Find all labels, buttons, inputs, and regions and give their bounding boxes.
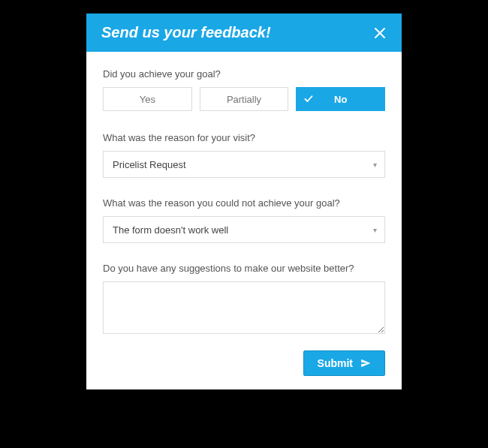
goal-option-no[interactable]: No <box>296 87 385 111</box>
goal-option-partially[interactable]: Partially <box>200 87 289 111</box>
visit-reason-select[interactable]: Pricelist Request ▾ <box>103 151 385 178</box>
fail-reason-value: The form doesn't work well <box>113 224 228 236</box>
goal-segmented-control: Yes Partially No <box>103 87 385 111</box>
check-icon <box>304 95 313 104</box>
question-visit-reason: What was the reason for your visit? Pric… <box>103 132 385 178</box>
modal-title: Send us your feedback! <box>101 24 271 41</box>
visit-reason-value: Pricelist Request <box>113 159 186 170</box>
question-achieve-goal: Did you achieve your goal? Yes Partially <box>103 68 385 111</box>
goal-option-no-label: No <box>334 94 347 105</box>
fail-reason-select[interactable]: The form doesn't work well ▾ <box>103 216 385 243</box>
submit-button[interactable]: Submit <box>303 350 385 376</box>
submit-button-label: Submit <box>318 357 353 369</box>
question-suggestions: Do you have any suggestions to make our … <box>103 263 385 337</box>
suggestions-textarea[interactable] <box>103 281 385 334</box>
question-label: What was the reason you could not achiev… <box>103 197 385 209</box>
chevron-down-icon: ▾ <box>373 161 377 169</box>
goal-option-yes[interactable]: Yes <box>103 87 192 111</box>
goal-option-partially-label: Partially <box>227 94 261 105</box>
goal-option-yes-label: Yes <box>140 94 155 105</box>
feedback-modal: Send us your feedback! Did you achieve y… <box>86 14 402 389</box>
modal-footer: Submit <box>103 350 385 376</box>
close-icon[interactable] <box>373 26 387 40</box>
question-label: Do you have any suggestions to make our … <box>103 263 385 274</box>
modal-header: Send us your feedback! <box>86 14 402 52</box>
question-fail-reason: What was the reason you could not achiev… <box>103 197 385 243</box>
chevron-down-icon: ▾ <box>373 226 377 234</box>
question-label: Did you achieve your goal? <box>103 68 385 80</box>
paper-plane-icon <box>360 358 371 368</box>
question-label: What was the reason for your visit? <box>103 132 385 143</box>
modal-body: Did you achieve your goal? Yes Partially <box>86 52 402 389</box>
